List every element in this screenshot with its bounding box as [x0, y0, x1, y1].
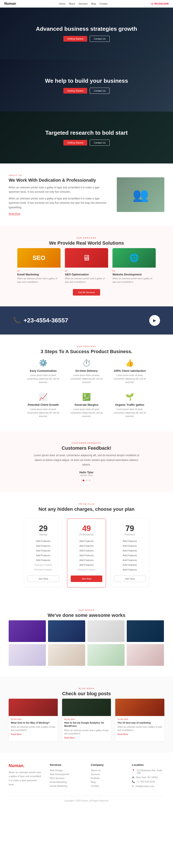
- nav-logo: Numan: [4, 2, 16, 6]
- blog-content-2: 09 Oct 2020 How to Set Up Google Analyti…: [62, 716, 111, 741]
- portfolio-item-8[interactable]: [127, 644, 164, 666]
- step-title-6: Organic Traffic gather: [112, 403, 147, 406]
- step-3: 👍 100% Client satisfaction Lorem ipsum d…: [110, 356, 149, 386]
- portfolio-item-2[interactable]: [48, 620, 85, 642]
- blog-read-2[interactable]: Read More: [64, 737, 75, 739]
- feature-3-3: Add Features: [114, 548, 145, 553]
- blog-content-1: 08 Oct 2020 What Gets In the Way of Work…: [9, 716, 58, 738]
- footer-location-heading: Location: [132, 763, 164, 767]
- services-label: OUR SERVICES: [9, 237, 164, 239]
- footer-service-3[interactable]: SEO Services: [50, 777, 82, 779]
- nav-blog[interactable]: Blog: [91, 2, 96, 5]
- feature-2-1: Add Features: [71, 539, 102, 544]
- hero-3: Targeted research to bold start Getting …: [0, 112, 173, 163]
- footer-service-4[interactable]: Email Marketing: [50, 781, 82, 783]
- portfolio-item-7[interactable]: [88, 644, 125, 666]
- portfolio-item-1[interactable]: [9, 620, 46, 642]
- dot-2[interactable]: [85, 479, 88, 481]
- step-icon-6: 🌱: [112, 393, 147, 401]
- blog-card-1: 08 Oct 2020 What Gets In the Way of Work…: [9, 699, 58, 741]
- steps-section: OUR PROCESS 3 Steps To A Success Product…: [0, 335, 173, 431]
- blog-read-3[interactable]: Read More: [117, 733, 128, 736]
- footer-service-5[interactable]: Social Marketing: [50, 785, 82, 787]
- footer-service-2[interactable]: Web Development: [50, 773, 82, 776]
- hero-1-btn2[interactable]: Contact Us: [90, 36, 110, 42]
- footer-company-2[interactable]: Services: [91, 773, 123, 776]
- pricing-professional: 49 Professional Add Features Add Feature…: [67, 519, 106, 587]
- blog-excerpt-3: When an unknown printer took a galley of…: [117, 725, 162, 732]
- footer-company-3[interactable]: Portfolio: [91, 777, 123, 779]
- about-right: 👥: [117, 177, 164, 212]
- footer-company-5[interactable]: Contact: [91, 785, 123, 787]
- hero-2-btn1[interactable]: Getting Started: [63, 88, 87, 94]
- footer-company-1[interactable]: About Us: [91, 769, 123, 772]
- pricing-features-1: Add Features Add Features Add Features A…: [28, 539, 59, 572]
- pricing-title: Not any hidden charges, choose your plan: [9, 506, 164, 512]
- nav-services[interactable]: Services: [78, 2, 88, 5]
- blog-date-3: 10 Oct 2020: [117, 718, 162, 720]
- portfolio-item-3[interactable]: [88, 620, 125, 642]
- service-num-3: 03: [112, 270, 156, 272]
- cta-phone-block: 📞 +23-4554-36557: [13, 317, 68, 324]
- services-all-btn[interactable]: Get All Services: [73, 289, 100, 296]
- pricing-label: PRICE PLAN: [9, 503, 164, 505]
- step-desc-1: Lorem ipsum dolor sit amet, consectetur …: [26, 374, 61, 384]
- hero-3-content: Targeted research to bold start Getting …: [45, 129, 128, 146]
- pricing-btn-2[interactable]: Join Now: [71, 576, 102, 582]
- portfolio-grid: [9, 620, 164, 642]
- steps-grid: ⚙️ Easy Customisation Lorem ipsum dolor …: [9, 356, 164, 420]
- feature-1-1: Add Features: [28, 539, 59, 544]
- portfolio-item-5[interactable]: [9, 644, 46, 666]
- step-desc-5: Lorem ipsum dolor sit amet, consectetur …: [69, 408, 104, 418]
- footer-services-links: Web Design Web Development SEO Services …: [50, 769, 82, 787]
- step-desc-6: Lorem ipsum dolor sit amet, consectetur …: [112, 408, 147, 418]
- nav-contact[interactable]: Contact: [99, 2, 107, 5]
- nav-about[interactable]: About: [69, 2, 75, 5]
- service-card-3: 🌐 03 Website Development When an unknown…: [112, 248, 156, 284]
- step-title-2: On-time Delivery: [69, 369, 104, 372]
- steps-title: 3 Steps To A Success Product Business.: [9, 349, 164, 354]
- about-para2: When an unknown printer took a galley of…: [9, 196, 108, 210]
- pricing-plan-1: Startup: [28, 533, 59, 536]
- blog-grid: 08 Oct 2020 What Gets In the Way of Work…: [9, 699, 164, 741]
- blog-card-2: 09 Oct 2020 How to Set Up Google Analyti…: [62, 699, 111, 741]
- footer-service-1[interactable]: Web Design: [50, 769, 82, 772]
- footer-services-heading: Services: [50, 763, 82, 767]
- pricing-btn-3[interactable]: Join Now: [114, 576, 145, 582]
- dot-1[interactable]: [82, 479, 84, 481]
- portfolio-item-6[interactable]: [48, 644, 85, 666]
- hero-1-btn1[interactable]: Getting Started: [63, 36, 87, 41]
- nav-contact-number: +1 702-510-2100: [150, 2, 169, 5]
- blog-date-2: 09 Oct 2020: [64, 718, 109, 720]
- pricing-num-3: 79: [114, 524, 145, 533]
- dot-3[interactable]: [89, 479, 91, 481]
- service-icon-seo: SEO: [17, 248, 61, 268]
- email-icon: ✉: [132, 785, 134, 788]
- about-left: ABOUT US We Work With Dedication & Profe…: [9, 174, 108, 215]
- play-button[interactable]: ▶: [149, 315, 160, 326]
- blog-card-3: 10 Oct 2020 The 10 best way of marketing…: [115, 699, 164, 741]
- testimonial-role: Admin User: [13, 474, 160, 476]
- step-5: 💹 Generate Margins Lorem ipsum dolor sit…: [67, 391, 106, 420]
- blog-read-1[interactable]: Read More: [11, 733, 22, 736]
- about-read-more[interactable]: Read More: [9, 212, 20, 215]
- footer-brand-col: Numan. When an unknown printer took a ga…: [9, 763, 41, 789]
- hero-2-btn2[interactable]: Contact Us: [90, 88, 110, 94]
- portfolio-item-4[interactable]: [127, 620, 164, 642]
- services-title: We Provide Real World Solutions: [9, 240, 164, 246]
- feature-2-6: Add Features: [71, 562, 102, 567]
- cta-band: 📞 +23-4554-36557 ▶: [0, 306, 173, 335]
- hero-3-btn1[interactable]: Getting Started: [63, 140, 87, 146]
- footer-email: ✉ info@numan.com: [132, 785, 164, 788]
- footer-company-4[interactable]: Blog: [91, 781, 123, 783]
- testimonial-text: Lorem ipsum dolor sit amet, consectetur …: [32, 453, 141, 467]
- pricing-grid: 29 Startup Add Features Add Features Add…: [9, 519, 164, 587]
- copyright-text: Copyright © 2020 Numan. All Rights Reser…: [64, 800, 109, 802]
- pricing-num-2: 49: [71, 524, 102, 533]
- step-title-3: 100% Client satisfaction: [112, 369, 147, 372]
- feature-1-5: Add Features: [28, 558, 59, 562]
- pricing-btn-1[interactable]: Join Now: [28, 576, 59, 582]
- location-icon: 📍: [132, 769, 135, 774]
- hero-3-btn2[interactable]: Contact Us: [90, 140, 110, 146]
- nav-home[interactable]: Home: [59, 2, 65, 5]
